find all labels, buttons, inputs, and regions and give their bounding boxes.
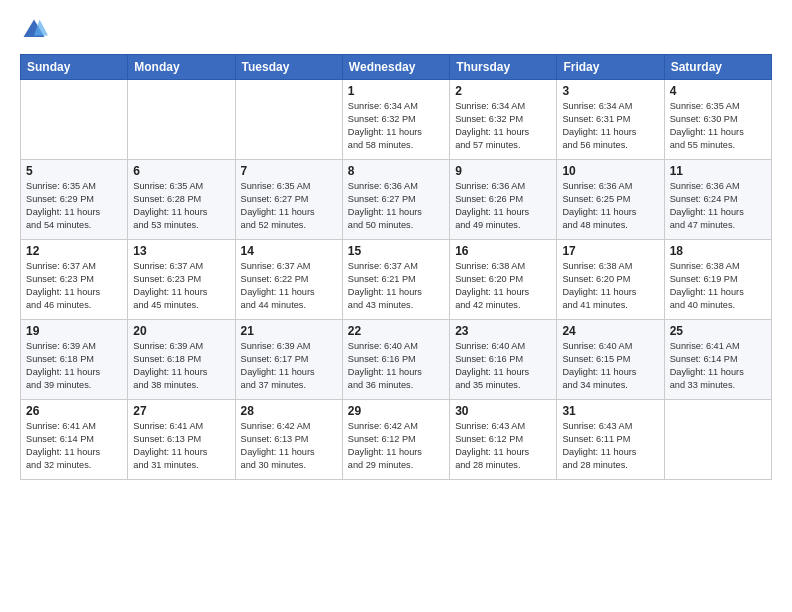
day-number: 27 bbox=[133, 404, 229, 418]
day-info: Sunrise: 6:34 AM Sunset: 6:32 PM Dayligh… bbox=[348, 100, 444, 152]
header-cell-wednesday: Wednesday bbox=[342, 55, 449, 80]
day-cell: 7Sunrise: 6:35 AM Sunset: 6:27 PM Daylig… bbox=[235, 160, 342, 240]
day-cell: 8Sunrise: 6:36 AM Sunset: 6:27 PM Daylig… bbox=[342, 160, 449, 240]
day-number: 3 bbox=[562, 84, 658, 98]
day-cell: 31Sunrise: 6:43 AM Sunset: 6:11 PM Dayli… bbox=[557, 400, 664, 480]
week-row-2: 12Sunrise: 6:37 AM Sunset: 6:23 PM Dayli… bbox=[21, 240, 772, 320]
day-number: 6 bbox=[133, 164, 229, 178]
day-number: 15 bbox=[348, 244, 444, 258]
day-number: 1 bbox=[348, 84, 444, 98]
day-info: Sunrise: 6:39 AM Sunset: 6:18 PM Dayligh… bbox=[26, 340, 122, 392]
day-cell: 9Sunrise: 6:36 AM Sunset: 6:26 PM Daylig… bbox=[450, 160, 557, 240]
day-number: 25 bbox=[670, 324, 766, 338]
day-cell: 25Sunrise: 6:41 AM Sunset: 6:14 PM Dayli… bbox=[664, 320, 771, 400]
logo bbox=[20, 16, 52, 44]
day-cell: 29Sunrise: 6:42 AM Sunset: 6:12 PM Dayli… bbox=[342, 400, 449, 480]
day-number: 8 bbox=[348, 164, 444, 178]
day-info: Sunrise: 6:40 AM Sunset: 6:16 PM Dayligh… bbox=[348, 340, 444, 392]
day-info: Sunrise: 6:38 AM Sunset: 6:20 PM Dayligh… bbox=[455, 260, 551, 312]
logo-icon bbox=[20, 16, 48, 44]
day-number: 9 bbox=[455, 164, 551, 178]
day-cell: 4Sunrise: 6:35 AM Sunset: 6:30 PM Daylig… bbox=[664, 80, 771, 160]
day-info: Sunrise: 6:42 AM Sunset: 6:12 PM Dayligh… bbox=[348, 420, 444, 472]
day-number: 11 bbox=[670, 164, 766, 178]
day-cell bbox=[128, 80, 235, 160]
day-info: Sunrise: 6:39 AM Sunset: 6:18 PM Dayligh… bbox=[133, 340, 229, 392]
week-row-3: 19Sunrise: 6:39 AM Sunset: 6:18 PM Dayli… bbox=[21, 320, 772, 400]
day-cell: 10Sunrise: 6:36 AM Sunset: 6:25 PM Dayli… bbox=[557, 160, 664, 240]
header bbox=[20, 16, 772, 44]
day-info: Sunrise: 6:37 AM Sunset: 6:23 PM Dayligh… bbox=[133, 260, 229, 312]
day-info: Sunrise: 6:35 AM Sunset: 6:30 PM Dayligh… bbox=[670, 100, 766, 152]
day-info: Sunrise: 6:39 AM Sunset: 6:17 PM Dayligh… bbox=[241, 340, 337, 392]
day-info: Sunrise: 6:38 AM Sunset: 6:20 PM Dayligh… bbox=[562, 260, 658, 312]
day-cell: 21Sunrise: 6:39 AM Sunset: 6:17 PM Dayli… bbox=[235, 320, 342, 400]
day-number: 26 bbox=[26, 404, 122, 418]
day-cell bbox=[664, 400, 771, 480]
day-cell: 14Sunrise: 6:37 AM Sunset: 6:22 PM Dayli… bbox=[235, 240, 342, 320]
day-info: Sunrise: 6:36 AM Sunset: 6:26 PM Dayligh… bbox=[455, 180, 551, 232]
day-cell: 1Sunrise: 6:34 AM Sunset: 6:32 PM Daylig… bbox=[342, 80, 449, 160]
day-info: Sunrise: 6:42 AM Sunset: 6:13 PM Dayligh… bbox=[241, 420, 337, 472]
day-info: Sunrise: 6:35 AM Sunset: 6:28 PM Dayligh… bbox=[133, 180, 229, 232]
day-cell bbox=[21, 80, 128, 160]
day-number: 18 bbox=[670, 244, 766, 258]
day-cell: 16Sunrise: 6:38 AM Sunset: 6:20 PM Dayli… bbox=[450, 240, 557, 320]
header-cell-saturday: Saturday bbox=[664, 55, 771, 80]
day-cell: 20Sunrise: 6:39 AM Sunset: 6:18 PM Dayli… bbox=[128, 320, 235, 400]
day-cell: 15Sunrise: 6:37 AM Sunset: 6:21 PM Dayli… bbox=[342, 240, 449, 320]
day-cell: 18Sunrise: 6:38 AM Sunset: 6:19 PM Dayli… bbox=[664, 240, 771, 320]
day-number: 23 bbox=[455, 324, 551, 338]
day-number: 29 bbox=[348, 404, 444, 418]
day-number: 16 bbox=[455, 244, 551, 258]
day-cell: 2Sunrise: 6:34 AM Sunset: 6:32 PM Daylig… bbox=[450, 80, 557, 160]
day-number: 14 bbox=[241, 244, 337, 258]
day-number: 21 bbox=[241, 324, 337, 338]
day-number: 13 bbox=[133, 244, 229, 258]
header-cell-tuesday: Tuesday bbox=[235, 55, 342, 80]
day-cell: 11Sunrise: 6:36 AM Sunset: 6:24 PM Dayli… bbox=[664, 160, 771, 240]
day-number: 20 bbox=[133, 324, 229, 338]
header-cell-monday: Monday bbox=[128, 55, 235, 80]
day-cell: 22Sunrise: 6:40 AM Sunset: 6:16 PM Dayli… bbox=[342, 320, 449, 400]
day-info: Sunrise: 6:35 AM Sunset: 6:29 PM Dayligh… bbox=[26, 180, 122, 232]
day-number: 7 bbox=[241, 164, 337, 178]
day-info: Sunrise: 6:40 AM Sunset: 6:16 PM Dayligh… bbox=[455, 340, 551, 392]
day-number: 4 bbox=[670, 84, 766, 98]
day-info: Sunrise: 6:38 AM Sunset: 6:19 PM Dayligh… bbox=[670, 260, 766, 312]
day-number: 10 bbox=[562, 164, 658, 178]
day-number: 17 bbox=[562, 244, 658, 258]
day-number: 31 bbox=[562, 404, 658, 418]
day-cell: 19Sunrise: 6:39 AM Sunset: 6:18 PM Dayli… bbox=[21, 320, 128, 400]
day-cell: 27Sunrise: 6:41 AM Sunset: 6:13 PM Dayli… bbox=[128, 400, 235, 480]
day-cell: 3Sunrise: 6:34 AM Sunset: 6:31 PM Daylig… bbox=[557, 80, 664, 160]
header-cell-thursday: Thursday bbox=[450, 55, 557, 80]
header-row: SundayMondayTuesdayWednesdayThursdayFrid… bbox=[21, 55, 772, 80]
day-number: 19 bbox=[26, 324, 122, 338]
day-cell: 6Sunrise: 6:35 AM Sunset: 6:28 PM Daylig… bbox=[128, 160, 235, 240]
day-cell: 13Sunrise: 6:37 AM Sunset: 6:23 PM Dayli… bbox=[128, 240, 235, 320]
day-info: Sunrise: 6:34 AM Sunset: 6:32 PM Dayligh… bbox=[455, 100, 551, 152]
day-info: Sunrise: 6:40 AM Sunset: 6:15 PM Dayligh… bbox=[562, 340, 658, 392]
day-info: Sunrise: 6:43 AM Sunset: 6:11 PM Dayligh… bbox=[562, 420, 658, 472]
day-number: 30 bbox=[455, 404, 551, 418]
day-info: Sunrise: 6:41 AM Sunset: 6:13 PM Dayligh… bbox=[133, 420, 229, 472]
page: SundayMondayTuesdayWednesdayThursdayFrid… bbox=[0, 0, 792, 612]
day-info: Sunrise: 6:43 AM Sunset: 6:12 PM Dayligh… bbox=[455, 420, 551, 472]
day-info: Sunrise: 6:36 AM Sunset: 6:25 PM Dayligh… bbox=[562, 180, 658, 232]
day-info: Sunrise: 6:36 AM Sunset: 6:27 PM Dayligh… bbox=[348, 180, 444, 232]
day-info: Sunrise: 6:37 AM Sunset: 6:23 PM Dayligh… bbox=[26, 260, 122, 312]
day-number: 12 bbox=[26, 244, 122, 258]
day-cell: 12Sunrise: 6:37 AM Sunset: 6:23 PM Dayli… bbox=[21, 240, 128, 320]
week-row-1: 5Sunrise: 6:35 AM Sunset: 6:29 PM Daylig… bbox=[21, 160, 772, 240]
week-row-0: 1Sunrise: 6:34 AM Sunset: 6:32 PM Daylig… bbox=[21, 80, 772, 160]
day-info: Sunrise: 6:41 AM Sunset: 6:14 PM Dayligh… bbox=[670, 340, 766, 392]
day-info: Sunrise: 6:37 AM Sunset: 6:21 PM Dayligh… bbox=[348, 260, 444, 312]
day-info: Sunrise: 6:34 AM Sunset: 6:31 PM Dayligh… bbox=[562, 100, 658, 152]
day-cell: 23Sunrise: 6:40 AM Sunset: 6:16 PM Dayli… bbox=[450, 320, 557, 400]
header-cell-sunday: Sunday bbox=[21, 55, 128, 80]
day-number: 5 bbox=[26, 164, 122, 178]
day-cell bbox=[235, 80, 342, 160]
day-info: Sunrise: 6:37 AM Sunset: 6:22 PM Dayligh… bbox=[241, 260, 337, 312]
day-cell: 24Sunrise: 6:40 AM Sunset: 6:15 PM Dayli… bbox=[557, 320, 664, 400]
